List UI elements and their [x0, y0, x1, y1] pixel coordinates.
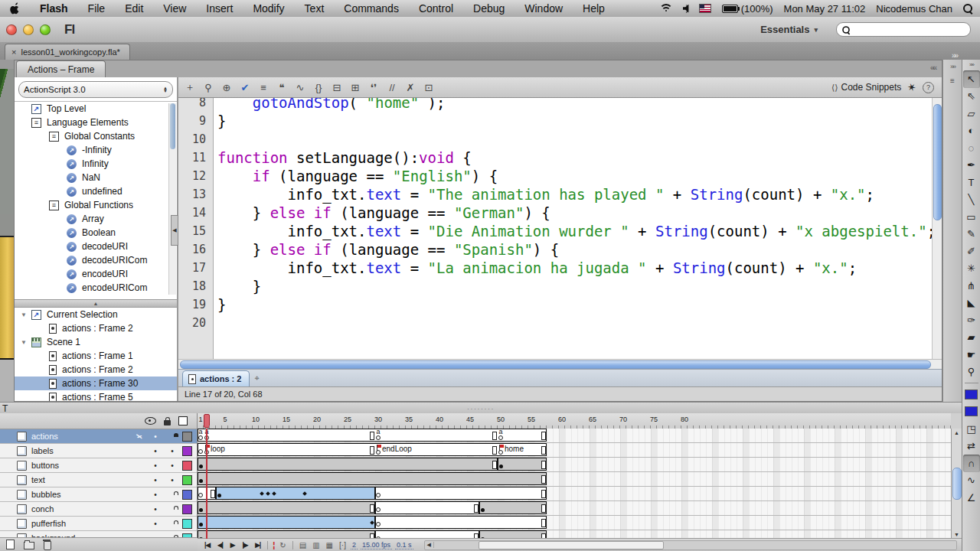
- tree-item-actions-frame-1[interactable]: actions : Frame 1: [15, 349, 177, 363]
- frame-mark-end[interactable]: [369, 429, 375, 442]
- loop-playback-button[interactable]: ↻: [278, 541, 287, 549]
- timeline-hscroll-thumb[interactable]: [479, 541, 664, 549]
- frame-mark-hollow[interactable]: [198, 487, 204, 500]
- hand-tool[interactable]: ☛: [963, 346, 980, 364]
- debug-options-icon[interactable]: ∿: [292, 80, 309, 95]
- frame-span[interactable]: [198, 501, 375, 514]
- zoom-window-button[interactable]: [40, 24, 51, 35]
- layer-lock-toggle[interactable]: •: [164, 461, 181, 470]
- frame-mark-hollow[interactable]: [375, 516, 381, 529]
- subselection-tool[interactable]: ⇖: [963, 88, 980, 106]
- tree-item-array[interactable]: ↗Array: [15, 212, 177, 226]
- frame-mark-end[interactable]: [541, 472, 547, 485]
- 3d-rotation-tool[interactable]: ◐: [963, 122, 980, 140]
- code-vertical-scrollbar[interactable]: [932, 98, 942, 359]
- frames-row-actions[interactable]: aaaa: [198, 429, 951, 443]
- frame-rows[interactable]: aaaaloopendLoophome: [198, 429, 951, 539]
- frame-mark-dia[interactable]: [259, 487, 265, 500]
- frame-label-home[interactable]: home: [498, 443, 504, 456]
- frame-mark-key[interactable]: [498, 458, 504, 471]
- frame-span[interactable]: [375, 501, 479, 514]
- layer-visibility-dot[interactable]: •: [147, 505, 164, 514]
- first-frame-button[interactable]: |◀: [202, 541, 212, 549]
- frames-row-pufferfish[interactable]: [198, 516, 951, 530]
- selection-tool[interactable]: ↖: [963, 70, 980, 88]
- outline-all-layers-icon[interactable]: [178, 416, 188, 425]
- current-frame-indicator[interactable]: 2: [351, 541, 358, 549]
- tree-item-undefined[interactable]: ↗undefined: [15, 184, 177, 198]
- timeline-vscroll-thumb[interactable]: [952, 468, 962, 500]
- menu-item-file[interactable]: File: [78, 2, 116, 15]
- zoom-tool[interactable]: ⚲: [963, 364, 980, 381]
- frame-mark-end[interactable]: [369, 501, 375, 514]
- frame-mark-end[interactable]: [473, 501, 479, 514]
- timeline-horizontal-scrollbar[interactable]: ◀: [424, 540, 957, 550]
- frame-mark-a[interactable]: a: [375, 429, 381, 442]
- frame-mark-end[interactable]: [541, 501, 547, 514]
- auto-format-icon[interactable]: ≡: [255, 80, 272, 95]
- tree-item--infinity[interactable]: ↗-Infinity: [15, 143, 177, 157]
- menu-clock[interactable]: Mon May 27 11:02: [784, 3, 866, 15]
- menu-item-modify[interactable]: Modify: [243, 2, 294, 15]
- layer-outline-color[interactable]: [182, 432, 192, 442]
- frame-mark-a[interactable]: a: [498, 429, 504, 442]
- frame-span[interactable]: [498, 458, 547, 471]
- check-syntax-icon[interactable]: ✔: [237, 80, 253, 95]
- pen-tool[interactable]: ✒: [963, 157, 980, 174]
- layer-visibility-dot[interactable]: •: [147, 491, 164, 499]
- tree-scrollbar-thumb[interactable]: [170, 103, 175, 149]
- timeline-ruler[interactable]: 15101520253035404550556065707580: [198, 413, 951, 429]
- frame-mark-key[interactable]: [198, 516, 204, 529]
- menu-item-window[interactable]: Window: [514, 2, 573, 15]
- show-code-hint-icon[interactable]: ❝: [273, 80, 290, 95]
- close-window-button[interactable]: [6, 24, 17, 35]
- timeline-frames-area[interactable]: 15101520253035404550556065707580 aaaaloo…: [198, 413, 951, 539]
- step-forward-button[interactable]: |▶: [240, 541, 250, 549]
- frame-mark-key[interactable]: [198, 501, 204, 514]
- menu-item-debug[interactable]: Debug: [463, 2, 514, 15]
- document-tab[interactable]: ×lesson01_workingcopy.fla*: [5, 44, 130, 60]
- pencil-tool[interactable]: ✎: [963, 226, 980, 243]
- frame-mark-dia[interactable]: [271, 487, 277, 500]
- stroke-color-swatch-color[interactable]: [965, 390, 978, 399]
- code-horizontal-scrollbar[interactable]: [178, 359, 942, 369]
- frame-mark-end[interactable]: [541, 443, 547, 456]
- expand-all-icon[interactable]: ⊞: [347, 80, 364, 95]
- frame-mark-end[interactable]: [210, 487, 216, 500]
- tree-splitter[interactable]: ▲: [15, 299, 177, 308]
- frame-span[interactable]: [216, 487, 375, 500]
- search-input[interactable]: [854, 24, 956, 35]
- frame-mark-a[interactable]: a: [198, 429, 204, 442]
- frame-rate-indicator[interactable]: 15.00 fps: [361, 541, 392, 549]
- actionscript-version-select[interactable]: ActionScript 3.0 ▲▼: [18, 81, 173, 98]
- tree-item-infinity[interactable]: ↗Infinity: [15, 157, 177, 171]
- new-folder-button[interactable]: [24, 542, 34, 549]
- new-layer-button[interactable]: [6, 540, 15, 549]
- help-search-field[interactable]: [836, 22, 971, 37]
- battery-indicator[interactable]: (100%): [722, 3, 773, 15]
- deco-tool[interactable]: ✳: [963, 260, 980, 278]
- rectangle-tool[interactable]: ▭: [963, 208, 980, 226]
- tree-item-decodeuricom[interactable]: ↗decodeURICom: [15, 253, 177, 267]
- workspace-switcher[interactable]: Essentials ▾: [753, 22, 825, 37]
- panel-collapse-icon[interactable]: ««: [930, 64, 936, 72]
- onion-outlines-button[interactable]: ▥: [311, 541, 321, 549]
- frames-row-buttons[interactable]: [198, 458, 951, 472]
- straighten-button[interactable]: ∠: [963, 489, 980, 507]
- actionscript-reference-tree[interactable]: ↗Top Level≡Language Elements≡Global Cons…: [15, 101, 177, 299]
- frame-mark-end[interactable]: [492, 429, 498, 442]
- spotlight-search-icon[interactable]: [963, 4, 972, 13]
- actions-panel-tab[interactable]: Actions – Frame: [16, 60, 106, 77]
- frame-mark-hollow[interactable]: [375, 487, 381, 500]
- tree-item-encodeuricom[interactable]: ↗encodeURICom: [15, 281, 177, 295]
- layer-outline-color[interactable]: [182, 475, 192, 485]
- fill-color-swatch[interactable]: [963, 403, 980, 421]
- frame-mark-hollow[interactable]: [198, 443, 204, 456]
- tree-item-encodeuri[interactable]: ↗encodeURI: [15, 267, 177, 281]
- frame-span[interactable]: [375, 487, 547, 500]
- block-comment-icon[interactable]: ❛❜: [365, 80, 382, 95]
- brush-tool[interactable]: ✐: [963, 243, 980, 260]
- frame-span[interactable]: [479, 501, 547, 514]
- tree-item-scene-1[interactable]: ▼Scene 1: [15, 335, 177, 349]
- frame-mark-end[interactable]: [492, 458, 498, 471]
